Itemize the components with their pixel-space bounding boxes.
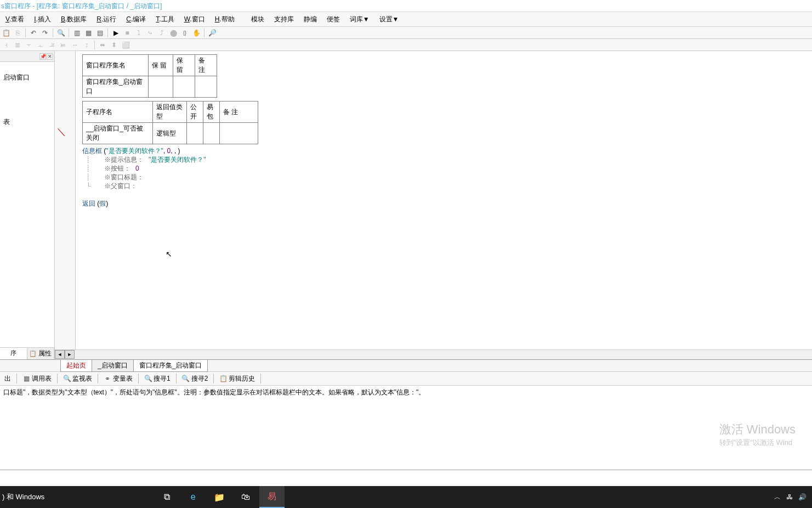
t2-r1c1[interactable]: __启动窗口_可否被关闭 — [83, 123, 153, 144]
size-wh-icon[interactable]: ⬜ — [121, 40, 130, 50]
t2-h4: 易包 — [203, 101, 220, 123]
tool-paste-icon[interactable]: 📋 — [1, 28, 11, 38]
menu-run[interactable]: R.运行 — [92, 13, 121, 26]
code-return[interactable]: 返回 (假) — [82, 199, 807, 208]
align-right-icon[interactable]: ⫟ — [24, 40, 34, 50]
subroutine-table: 子程序名 返回值类型 公开 易包 备 注 __启动窗口_可否被关闭 逻辑型 — [82, 101, 258, 144]
align-bottom-icon[interactable]: ⫢ — [59, 40, 69, 50]
menu-tools[interactable]: T.工具 — [151, 13, 178, 26]
btool-watch[interactable]: 🔍监视表 — [60, 373, 95, 385]
menu-module[interactable]: 模块 — [247, 13, 269, 26]
dist-h-icon[interactable]: ↔ — [70, 40, 80, 50]
menu-compile[interactable]: C.编译 — [122, 13, 150, 26]
t2-r1c4[interactable] — [203, 123, 220, 144]
align-middle-icon[interactable]: ⫡ — [47, 40, 57, 50]
t1-r1c2[interactable] — [149, 76, 173, 98]
explorer-icon[interactable]: 📁 — [207, 486, 232, 508]
status-text: 口标题"，数据类型为"文本型（text）"，所处语句为"信息框"。注明：参数值指… — [0, 386, 812, 461]
tool-undo-icon[interactable]: ↶ — [29, 28, 38, 38]
program-set-table: 窗口程序集名 保 留 保 留 备 注 窗口程序集_启动窗口 — [82, 54, 217, 98]
system-tray: ︿ 🖧 🔊 — [774, 493, 812, 502]
menu-view[interactable]: V.查看 — [1, 13, 29, 26]
tool-find-icon[interactable]: 🔍 — [56, 28, 66, 38]
tool-layout1-icon[interactable]: ▥ — [72, 28, 82, 38]
lp-tab-prog[interactable]: 序 — [0, 348, 27, 359]
h-scrollbar[interactable]: ◄ ► — [55, 349, 812, 359]
tab-programset[interactable]: 窗口程序集_启动窗口 — [133, 359, 208, 372]
btool-find2[interactable]: 🔍搜寻2 — [179, 373, 212, 385]
tool-step-out-icon[interactable]: ⤴ — [157, 28, 167, 38]
lp-tab-prop[interactable]: 📋 属性 — [27, 348, 55, 359]
menu-window[interactable]: W.窗口 — [180, 13, 209, 26]
dist-v-icon[interactable]: ↕ — [82, 40, 92, 50]
t1-h2: 保 留 — [149, 55, 173, 76]
t2-r1c5[interactable] — [220, 123, 258, 144]
menu-support[interactable]: 支持库 — [270, 13, 298, 26]
align-left-icon[interactable]: ⫞ — [1, 40, 11, 50]
btool-output[interactable]: 出 — [1, 373, 14, 385]
pin-icon[interactable]: 📌 — [39, 53, 46, 60]
code-line-1[interactable]: 信息框 ("是否要关闭软件？", 0, , ) — [82, 146, 807, 155]
tray-volume-icon[interactable]: 🔊 — [798, 493, 807, 501]
btool-clip[interactable]: 📋剪辑历史 — [216, 373, 258, 385]
scroll-right-icon[interactable]: ► — [65, 350, 75, 359]
menu-notes[interactable]: 便签 — [322, 13, 344, 26]
tool-break-icon[interactable]: {} — [180, 28, 190, 38]
tool-stop-icon[interactable]: ■ — [122, 28, 132, 38]
t1-r1c1[interactable]: 窗口程序集_启动窗口 — [83, 76, 149, 98]
menu-bar: V.查看 I.插入 B.数据库 R.运行 C.编译 T.工具 W.窗口 H.帮助… — [0, 12, 812, 27]
taskbar-text: ) 和 Windows — [0, 492, 44, 502]
menu-help[interactable]: H.帮助 — [211, 13, 239, 26]
tool-redo-icon[interactable]: ↷ — [40, 28, 50, 38]
tool-hand-icon[interactable]: ✋ — [191, 28, 201, 38]
menu-dict[interactable]: 词库▼ — [345, 13, 374, 26]
left-panel: 📌 ✕ 启动窗口 表 序 📋 属性 — [0, 51, 55, 359]
store-icon[interactable]: 🛍 — [233, 486, 258, 508]
search-icon: 🔍 — [182, 375, 190, 382]
close-icon[interactable]: ✕ — [47, 53, 53, 60]
tool-breakpoint-icon[interactable]: ⬤ — [168, 28, 178, 38]
size-h-icon[interactable]: ⬍ — [109, 40, 119, 50]
code-param-2[interactable]: ┊ ※按钮： 0 — [82, 164, 807, 173]
align-center-icon[interactable]: ≣ — [13, 40, 22, 50]
breakpoint-marker-icon[interactable]: ╲ — [58, 127, 65, 137]
tab-start[interactable]: 起始页 — [60, 359, 92, 372]
code-param-3[interactable]: ┊ ※窗口标题：↖ — [82, 173, 807, 182]
tool-layout2-icon[interactable]: ▦ — [83, 28, 93, 38]
align-top-icon[interactable]: ⫠ — [36, 40, 46, 50]
t1-r1c4[interactable] — [195, 76, 217, 98]
tree-item-table[interactable]: 表 — [1, 116, 53, 128]
code-blank[interactable] — [82, 190, 807, 199]
btool-vars[interactable]: ⚭变量表 — [100, 373, 136, 385]
menu-static[interactable]: 静编 — [299, 13, 321, 26]
btool-find1[interactable]: 🔍搜寻1 — [141, 373, 174, 385]
code-param-1[interactable]: ┊ ※提示信息： "是否要关闭软件？" — [82, 155, 807, 164]
menu-insert[interactable]: I.插入 — [30, 13, 55, 26]
menu-database[interactable]: B.数据库 — [56, 13, 91, 26]
size-w-icon[interactable]: ⬌ — [98, 40, 107, 50]
t2-r1c3[interactable] — [187, 123, 203, 144]
tool-layout3-icon[interactable]: ▤ — [95, 28, 105, 38]
toolbar-align: ⫞ ≣ ⫟ ⫠ ⫡ ⫢ ↔ ↕ ⬌ ⬍ ⬜ — [0, 39, 812, 51]
edge-icon[interactable]: e — [180, 486, 206, 508]
tray-chevron-icon[interactable]: ︿ — [774, 493, 781, 502]
tab-window[interactable]: _启动窗口 — [92, 359, 134, 372]
scroll-left-icon[interactable]: ◄ — [55, 350, 65, 359]
t1-r1c3[interactable] — [173, 76, 195, 98]
tool-goto-icon[interactable]: 🔎 — [207, 28, 217, 38]
clipboard-icon: 📋 — [219, 375, 227, 382]
code-param-4[interactable]: └ ※父窗口： — [82, 182, 807, 190]
taskview-icon[interactable]: ⧉ — [154, 486, 179, 508]
code-content[interactable]: 窗口程序集名 保 留 保 留 备 注 窗口程序集_启动窗口 子程序名 返回值类型 — [82, 54, 807, 208]
watermark-line2: 转到"设置"以激活 Wind — [719, 438, 796, 448]
app-icon[interactable]: 易 — [259, 486, 285, 508]
tool-copy-icon[interactable]: ⎘ — [13, 28, 22, 38]
tray-network-icon[interactable]: 🖧 — [786, 493, 793, 501]
tool-run-icon[interactable]: ▶ — [111, 28, 121, 38]
tool-step-into-icon[interactable]: ⤷ — [145, 28, 155, 38]
tool-step-over-icon[interactable]: ⤵ — [134, 28, 144, 38]
tree-item-window[interactable]: 启动窗口 — [1, 72, 53, 83]
btool-calltable[interactable]: ▦调用表 — [19, 373, 55, 385]
t2-r1c2[interactable]: 逻辑型 — [153, 123, 187, 144]
menu-settings[interactable]: 设置▼ — [375, 13, 404, 26]
